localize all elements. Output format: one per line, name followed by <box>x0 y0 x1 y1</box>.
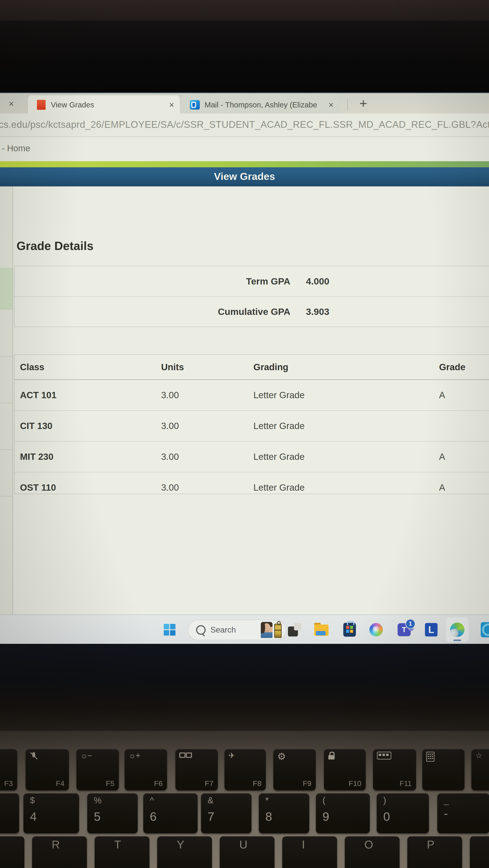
key-star-partial: ☆ <box>471 749 489 790</box>
key-f11: F11 <box>373 749 416 790</box>
cell-grading: Letter Grade <box>253 483 439 493</box>
table-row[interactable]: ACT 101 3.00 Letter Grade A <box>15 380 489 411</box>
edge-icon <box>450 623 464 637</box>
key-5: % 5 <box>87 793 138 833</box>
selected-term-row[interactable] <box>0 268 12 309</box>
file-explorer-button[interactable] <box>313 615 330 644</box>
row-divider <box>0 356 12 356</box>
key-4: $ 4 <box>24 793 79 833</box>
table-row[interactable]: CIT 130 3.00 Letter Grade <box>15 411 489 442</box>
bookmark-home[interactable]: - Home <box>2 144 30 153</box>
outlook-button[interactable] <box>479 615 489 644</box>
tab-title: View Grades <box>51 100 167 109</box>
app-switcher-icon <box>377 752 391 760</box>
outlook-icon <box>481 622 489 637</box>
cumulative-gpa-value: 3.903 <box>306 306 329 317</box>
star-icon: ☆ <box>475 752 482 760</box>
start-button[interactable] <box>161 615 178 644</box>
notification-badge: 1 <box>405 619 415 629</box>
tab-title: Mail - Thompson, Ashley (Elizabe <box>205 100 326 109</box>
key-f5: ☼− F5 <box>77 749 119 790</box>
tab-view-grades[interactable]: View Grades × <box>28 95 180 114</box>
table-row[interactable]: MIT 230 3.00 Letter Grade A <box>15 442 489 472</box>
table-row[interactable]: OST 110 3.00 Letter Grade A <box>15 472 489 503</box>
active-app-indicator <box>453 640 461 641</box>
lockdown-browser-button[interactable]: L <box>423 615 440 644</box>
cumulative-gpa-label: Cumulative GPA <box>15 306 290 317</box>
windows-logo-icon <box>164 624 175 636</box>
key-p: P <box>407 836 462 868</box>
lock-icon <box>328 752 336 760</box>
term-gpa-value: 4.000 <box>306 276 329 287</box>
store-bag-icon <box>343 623 356 637</box>
cell-class: MIT 230 <box>20 452 161 462</box>
search-placeholder: Search <box>210 625 261 634</box>
key-f8: ✈ F8 <box>225 749 266 790</box>
task-view-button[interactable] <box>287 615 302 644</box>
term-gpa-row: Term GPA 4.000 <box>15 266 489 296</box>
close-icon[interactable]: × <box>328 100 334 110</box>
key-f3: F3 <box>0 749 17 790</box>
cell-units: 3.00 <box>161 452 253 462</box>
outlook-favicon-icon <box>190 100 200 110</box>
key-o: O <box>345 836 400 868</box>
new-tab-button[interactable]: + <box>353 93 373 114</box>
cell-grade: A <box>439 390 489 400</box>
key-y: Y <box>157 836 212 868</box>
key-bracket-partial: { <box>470 836 489 868</box>
calculator-icon <box>426 752 434 762</box>
address-bar[interactable]: cs.edu/psc/kctsaprd_26/EMPLOYEE/SA/c/SSR… <box>0 114 489 137</box>
close-icon[interactable]: × <box>169 100 174 110</box>
windows-taskbar: Search T 1 <box>0 615 489 644</box>
cell-units: 3.00 <box>161 483 253 493</box>
brightness-down-icon: ☼− <box>80 752 92 760</box>
copilot-icon <box>369 623 383 637</box>
airplane-mode-icon: ✈ <box>228 752 235 760</box>
cell-grading: Letter Grade <box>253 390 439 400</box>
task-view-icon <box>288 623 301 637</box>
page-header-bar: View Grades <box>0 167 489 186</box>
bing-daily-doodle[interactable] <box>261 622 282 638</box>
page-title: View Grades <box>0 170 489 182</box>
key-t: T <box>95 836 149 868</box>
edge-button-active[interactable] <box>445 615 469 644</box>
portrait-icon <box>261 622 272 638</box>
bookmarks-bar: - Home <box>0 137 489 161</box>
section-title: Grade Details <box>17 239 94 253</box>
key-r: R <box>32 836 87 868</box>
col-header-grading: Grading <box>253 362 439 372</box>
brightness-up-icon: ☼+ <box>128 752 140 760</box>
col-header-grade: Grade <box>439 362 489 372</box>
key-0: ) 0 <box>377 793 429 833</box>
grades-table: Class Units Grading Grade ACT 101 3.00 L… <box>14 354 489 494</box>
taskbar-search-box[interactable]: Search <box>188 620 286 640</box>
cumulative-gpa-row: Cumulative GPA 3.903 <box>15 296 489 327</box>
peoplesoft-favicon-icon <box>37 100 46 110</box>
key-f4: F4 <box>26 749 69 790</box>
cell-grade: A <box>439 452 489 462</box>
key-7: & 7 <box>201 793 252 833</box>
key-f10: F10 <box>324 749 366 790</box>
key-8: * 8 <box>259 793 309 833</box>
table-header-row: Class Units Grading Grade <box>15 355 489 380</box>
cell-grading: Letter Grade <box>253 421 439 431</box>
teams-icon: T 1 <box>398 623 411 636</box>
tab-mail[interactable]: Mail - Thompson, Ashley (Elizabe × <box>182 95 339 114</box>
gpa-summary-box: Term GPA 4.000 Cumulative GPA 3.903 <box>14 266 489 327</box>
tab-divider <box>347 99 348 110</box>
key-6: ^ 6 <box>143 793 198 833</box>
teams-button[interactable]: T 1 <box>394 615 414 644</box>
cell-grading: Letter Grade <box>253 452 439 462</box>
copilot-button[interactable] <box>367 615 385 644</box>
cell-grade: A <box>439 483 489 493</box>
url-text[interactable]: cs.edu/psc/kctsaprd_26/EMPLOYEE/SA/c/SSR… <box>0 119 489 130</box>
mic-mute-icon <box>30 752 38 761</box>
col-header-class: Class <box>20 362 161 372</box>
close-icon[interactable]: × <box>5 93 18 114</box>
lantern-icon <box>274 624 282 638</box>
cell-units: 3.00 <box>161 421 253 431</box>
cell-class: OST 110 <box>20 483 161 493</box>
microsoft-store-button[interactable] <box>341 615 358 644</box>
lockdown-browser-icon: L <box>425 623 437 637</box>
search-icon <box>196 625 206 635</box>
